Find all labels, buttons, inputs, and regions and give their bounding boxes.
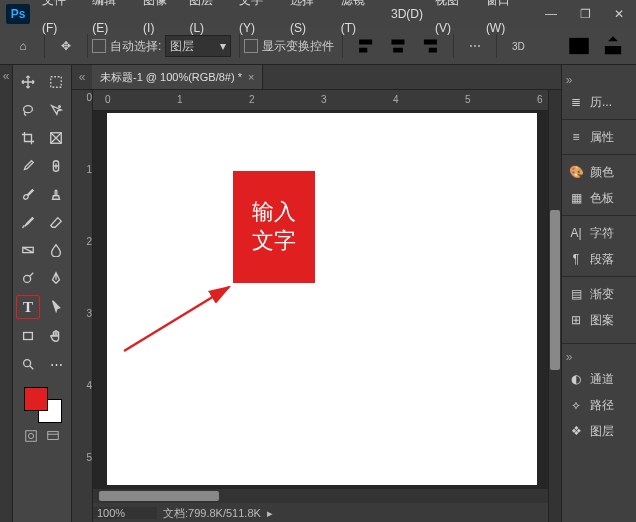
quick-select-tool[interactable] [45, 99, 67, 121]
close-tab-icon[interactable]: × [248, 71, 254, 83]
title-bar: Ps 文件(F) 编辑(E) 图像(I) 图层(L) 文字(Y) 选择(S) 滤… [0, 0, 636, 28]
path-select-tool[interactable] [46, 295, 68, 317]
edit-toolbar[interactable]: ⋯ [45, 353, 67, 375]
document-tab[interactable]: 未标题-1 @ 100%(RGB/8#) * × [92, 65, 263, 89]
panel-layers[interactable]: ❖图层 [562, 418, 636, 444]
share-icon[interactable] [600, 33, 626, 59]
home-icon[interactable]: ⌂ [10, 33, 36, 59]
paths-icon: ⟡ [568, 397, 584, 413]
foreground-color[interactable] [24, 387, 48, 411]
zoom-field[interactable]: 100% [93, 507, 157, 519]
svg-rect-1 [51, 77, 62, 88]
frame-tool[interactable] [45, 127, 67, 149]
marquee-tool[interactable] [45, 71, 67, 93]
panel-gradient[interactable]: ▤渐变 [562, 281, 636, 307]
app-logo: Ps [6, 4, 30, 24]
text-layer-box[interactable]: 输入 文字 [233, 171, 315, 283]
move-tool[interactable] [17, 71, 39, 93]
eraser-tool[interactable] [45, 211, 67, 233]
transform-checkbox[interactable] [244, 39, 258, 53]
panel-label: 路径 [590, 397, 614, 414]
align-icon-2[interactable] [385, 33, 411, 59]
tab-chevron-icon[interactable]: « [72, 70, 92, 84]
document-tab-title: 未标题-1 @ 100%(RGB/8#) * [100, 70, 242, 85]
pattern-icon: ⊞ [568, 312, 584, 328]
zoom-tool[interactable] [17, 353, 39, 375]
separator [562, 119, 636, 120]
doc-info-label: 文档: [163, 506, 188, 521]
scrollbar-thumb[interactable] [99, 491, 219, 501]
quickmask-icon[interactable] [22, 427, 40, 445]
screenmode-icon[interactable] [44, 427, 62, 445]
menu-type[interactable]: 文字(Y) [233, 0, 284, 42]
align-icon-1[interactable] [351, 33, 377, 59]
panel-paths[interactable]: ⟡路径 [562, 392, 636, 418]
healing-tool[interactable] [45, 155, 67, 177]
move-tool-icon[interactable]: ✥ [53, 33, 79, 59]
minimize-button[interactable]: — [534, 0, 568, 28]
panel-channels[interactable]: ◐通道 [562, 366, 636, 392]
canvas-stage[interactable]: 输入 文字 [93, 111, 548, 489]
collapse-panel-icon[interactable]: » [562, 73, 576, 87]
autoselect-dropdown[interactable]: 图层 ▾ [165, 35, 231, 57]
channels-icon: ◐ [568, 371, 584, 387]
blur-tool[interactable] [45, 239, 67, 261]
horizontal-ruler: 0 1 2 3 4 5 6 [93, 90, 548, 111]
separator [496, 34, 497, 58]
hand-tool[interactable] [45, 325, 67, 347]
menu-select[interactable]: 选择(S) [284, 0, 335, 42]
svg-point-11 [28, 433, 33, 438]
gradient-tool[interactable] [17, 239, 39, 261]
lasso-tool[interactable] [17, 99, 39, 121]
panel-label: 图案 [590, 312, 614, 329]
rectangle-tool[interactable] [17, 325, 39, 347]
ruler-tick: 0 [72, 92, 94, 103]
panel-color[interactable]: 🎨颜色 [562, 159, 636, 185]
canvas[interactable] [107, 113, 537, 485]
separator [562, 154, 636, 155]
separator [562, 276, 636, 277]
collapse-panel-icon[interactable]: » [562, 350, 576, 364]
doc-info-chevron-icon[interactable]: ▸ [267, 507, 273, 520]
properties-icon: ≡ [568, 129, 584, 145]
panel-properties[interactable]: ≡属性 [562, 124, 636, 150]
menu-3d[interactable]: 3D(D) [385, 0, 429, 28]
threed-icon[interactable]: 3D [505, 33, 531, 59]
type-tool[interactable]: T [16, 295, 40, 319]
brush-tool[interactable] [17, 183, 39, 205]
align-icon-3[interactable] [419, 33, 445, 59]
svg-point-7 [24, 275, 31, 282]
scrollbar-thumb[interactable] [550, 210, 560, 370]
panel-paragraph[interactable]: ¶段落 [562, 246, 636, 272]
autoselect-checkbox[interactable] [92, 39, 106, 53]
right-panel-strip: » ≣历... ≡属性 🎨颜色 ▦色板 A|字符 ¶段落 ▤渐变 ⊞图案 » ◐… [561, 65, 636, 522]
ruler-tick: 0 [105, 94, 111, 105]
autoselect-value: 图层 [170, 38, 194, 55]
clone-stamp-tool[interactable] [45, 183, 67, 205]
panel-swatches[interactable]: ▦色板 [562, 185, 636, 211]
layers-icon: ❖ [568, 423, 584, 439]
text-layer-content: 输入 文字 [252, 198, 296, 255]
color-swatches[interactable] [20, 387, 64, 423]
panel-history[interactable]: ≣历... [562, 89, 636, 115]
history-brush-tool[interactable] [17, 211, 39, 233]
svg-point-9 [24, 360, 31, 367]
eyedropper-tool[interactable] [17, 155, 39, 177]
crop-tool[interactable] [17, 127, 39, 149]
panel-pattern[interactable]: ⊞图案 [562, 307, 636, 333]
menu-edit[interactable]: 编辑(E) [86, 0, 137, 42]
pen-tool[interactable] [45, 267, 67, 289]
vertical-scrollbar[interactable] [548, 90, 561, 522]
history-icon: ≣ [568, 94, 584, 110]
panel-character[interactable]: A|字符 [562, 220, 636, 246]
maximize-button[interactable]: ❐ [568, 0, 602, 28]
left-edge-strip[interactable]: « [0, 65, 13, 522]
panel-menu-icon[interactable] [566, 33, 592, 59]
close-button[interactable]: ✕ [602, 0, 636, 28]
svg-rect-12 [48, 432, 59, 440]
separator [239, 34, 240, 58]
svg-rect-0 [569, 38, 589, 54]
horizontal-scrollbar[interactable] [93, 489, 548, 503]
dodge-tool[interactable] [17, 267, 39, 289]
distribute-icon[interactable]: ⋯ [462, 33, 488, 59]
